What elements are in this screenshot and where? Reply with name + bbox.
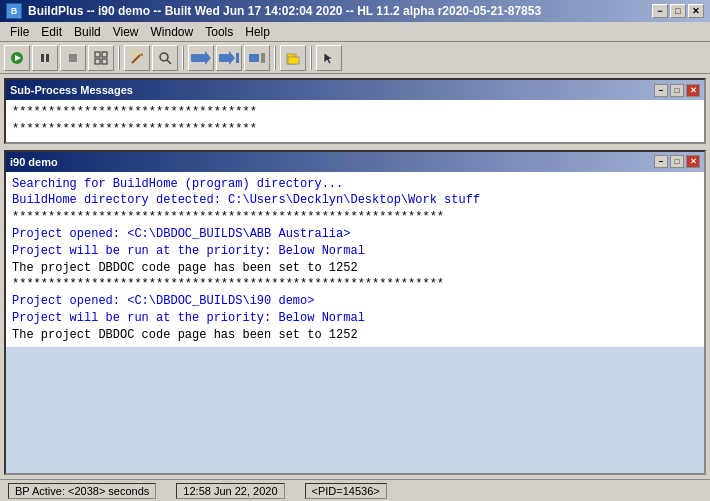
log-line-4: Project will be run at the priority: Bel… — [12, 243, 698, 260]
subprocess-panel-controls: − □ ✕ — [654, 84, 700, 97]
subprocess-panel-titlebar: Sub-Process Messages − □ ✕ — [6, 80, 704, 100]
svg-point-13 — [160, 53, 168, 61]
subprocess-panel: Sub-Process Messages − □ ✕ *************… — [4, 78, 706, 144]
log-minimize-button[interactable]: − — [654, 155, 668, 168]
toolbar — [0, 42, 710, 74]
log-line-8: Project will be run at the priority: Bel… — [12, 310, 698, 327]
menu-build[interactable]: Build — [68, 23, 107, 41]
svg-line-14 — [167, 60, 171, 64]
svg-rect-15 — [191, 54, 205, 62]
build-stop-button[interactable] — [244, 45, 270, 71]
svg-rect-8 — [102, 59, 107, 64]
status-time: 12:58 Jun 22, 2020 — [176, 483, 284, 499]
log-line-0: Searching for BuildHome (program) direct… — [12, 176, 698, 193]
log-panel-controls: − □ ✕ — [654, 155, 700, 168]
subprocess-stars-1: ********************************** — [12, 104, 698, 121]
log-line-3: Project opened: <C:\DBDOC_BUILDS\ABB Aus… — [12, 226, 698, 243]
status-bar: BP Active: <2038> seconds 12:58 Jun 22, … — [0, 479, 710, 501]
grid-button[interactable] — [88, 45, 114, 71]
subprocess-content: ********************************** *****… — [6, 100, 704, 142]
log-panel-title: i90 demo — [10, 156, 58, 168]
log-restore-button[interactable]: □ — [670, 155, 684, 168]
svg-marker-16 — [205, 51, 211, 65]
svg-marker-25 — [324, 53, 333, 64]
log-panel-titlebar: i90 demo − □ ✕ — [6, 152, 704, 172]
menu-bar: File Edit Build View Window Tools Help — [0, 22, 710, 42]
menu-view[interactable]: View — [107, 23, 145, 41]
window-title: BuildPlus -- i90 demo -- Built Wed Jun 1… — [28, 4, 541, 18]
svg-point-12 — [135, 51, 137, 53]
subprocess-minimize-button[interactable]: − — [654, 84, 668, 97]
log-line-1: BuildHome directory detected: C:\Users\D… — [12, 192, 698, 209]
build-step-button[interactable] — [216, 45, 242, 71]
svg-point-11 — [132, 53, 134, 55]
maximize-button[interactable]: □ — [670, 4, 686, 18]
wand-tool-button[interactable] — [124, 45, 150, 71]
svg-rect-19 — [236, 53, 239, 63]
toolbar-sep-3 — [274, 46, 276, 70]
menu-tools[interactable]: Tools — [199, 23, 239, 41]
build-start-button[interactable] — [188, 45, 214, 71]
subprocess-restore-button[interactable]: □ — [670, 84, 684, 97]
app-icon: B — [6, 3, 22, 19]
toolbar-sep-4 — [310, 46, 312, 70]
svg-rect-4 — [69, 54, 77, 62]
log-line-2: ****************************************… — [12, 209, 698, 226]
subprocess-close-button[interactable]: ✕ — [686, 84, 700, 97]
menu-edit[interactable]: Edit — [35, 23, 68, 41]
svg-rect-24 — [288, 57, 299, 64]
title-bar: B BuildPlus -- i90 demo -- Built Wed Jun… — [0, 0, 710, 22]
svg-marker-18 — [229, 51, 235, 65]
log-content: Searching for BuildHome (program) direct… — [6, 172, 704, 347]
main-area: Sub-Process Messages − □ ✕ *************… — [0, 74, 710, 479]
status-active: BP Active: <2038> seconds — [8, 483, 156, 499]
svg-rect-21 — [261, 53, 265, 63]
play-button[interactable] — [4, 45, 30, 71]
log-close-button[interactable]: ✕ — [686, 155, 700, 168]
svg-rect-5 — [95, 52, 100, 57]
log-line-9: The project DBDOC code page has been set… — [12, 327, 698, 344]
menu-file[interactable]: File — [4, 23, 35, 41]
svg-rect-2 — [41, 54, 44, 62]
svg-rect-3 — [46, 54, 49, 62]
svg-rect-20 — [249, 54, 259, 62]
subprocess-panel-title: Sub-Process Messages — [10, 84, 133, 96]
cursor-tool-button[interactable] — [316, 45, 342, 71]
window-controls: − □ ✕ — [652, 4, 704, 18]
close-button[interactable]: ✕ — [688, 4, 704, 18]
file-open-button[interactable] — [280, 45, 306, 71]
menu-help[interactable]: Help — [239, 23, 276, 41]
log-line-7: Project opened: <C:\DBDOC_BUILDS\i90 dem… — [12, 293, 698, 310]
menu-window[interactable]: Window — [145, 23, 200, 41]
log-panel: i90 demo − □ ✕ Searching for BuildHome (… — [4, 150, 706, 475]
stop-button[interactable] — [60, 45, 86, 71]
subprocess-stars-2: ********************************** — [12, 121, 698, 138]
toolbar-sep-1 — [118, 46, 120, 70]
log-line-6: ****************************************… — [12, 276, 698, 293]
log-line-5: The project DBDOC code page has been set… — [12, 260, 698, 277]
minimize-button[interactable]: − — [652, 4, 668, 18]
toolbar-sep-2 — [182, 46, 184, 70]
svg-rect-17 — [219, 54, 229, 62]
status-pid: <PID=14536> — [305, 483, 387, 499]
pause-button[interactable] — [32, 45, 58, 71]
svg-rect-6 — [102, 52, 107, 57]
svg-rect-7 — [95, 59, 100, 64]
svg-line-9 — [132, 55, 140, 63]
magnify-tool-button[interactable] — [152, 45, 178, 71]
